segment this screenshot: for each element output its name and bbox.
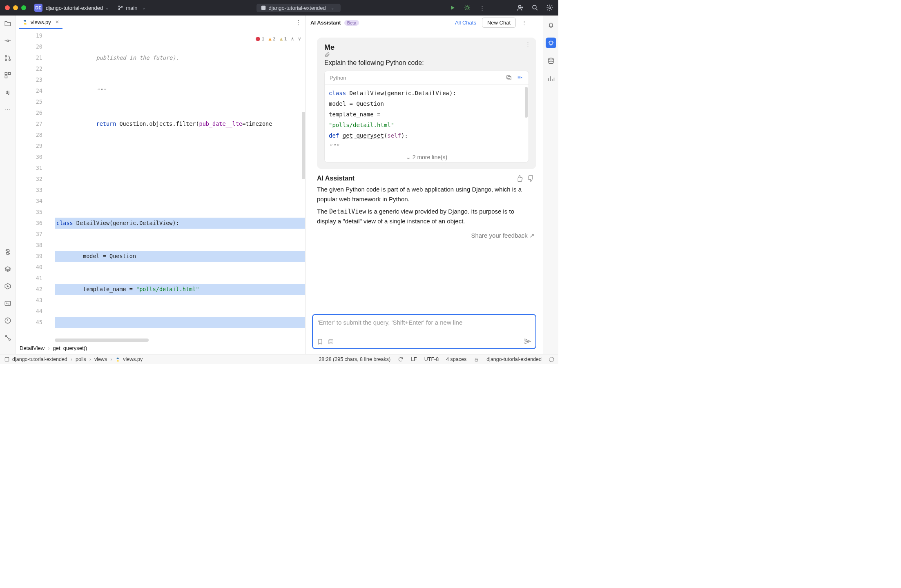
breadcrumb-item[interactable]: get_queryset() <box>53 345 87 351</box>
ai-title: AI Assistant <box>310 20 341 26</box>
minimize-window-icon[interactable] <box>13 5 18 10</box>
interpreter[interactable]: django-tutorial-extended <box>486 356 542 362</box>
database-icon[interactable] <box>546 56 556 66</box>
sync-icon[interactable] <box>398 356 404 362</box>
readonly-icon[interactable] <box>474 357 479 362</box>
svg-rect-3 <box>261 6 265 10</box>
svg-point-11 <box>9 59 10 61</box>
svg-point-10 <box>5 59 7 61</box>
save-icon[interactable] <box>328 339 334 345</box>
code-body[interactable]: published in the future). """ return Que… <box>55 30 305 342</box>
notifications-icon[interactable] <box>546 20 556 30</box>
svg-rect-16 <box>5 301 11 306</box>
folder-icon <box>4 356 10 362</box>
packages-icon[interactable] <box>4 265 12 273</box>
all-chats-link[interactable]: All Chats <box>455 20 476 26</box>
indent[interactable]: 4 spaces <box>446 356 466 362</box>
branch-icon <box>118 5 123 11</box>
python-file-icon <box>115 357 120 362</box>
nav-item[interactable]: views.py <box>123 356 143 362</box>
endpoints-icon[interactable] <box>546 74 556 84</box>
horizontal-scrollbar[interactable] <box>55 339 149 342</box>
minimize-pane-icon[interactable]: — <box>533 20 538 26</box>
gear-icon[interactable] <box>546 4 553 11</box>
services-icon[interactable] <box>4 282 12 290</box>
code-editor[interactable]: 1 ▲2 ▲1 ∧ ∨ 19 20 21 22 23 24 25 26 27 2… <box>16 30 305 342</box>
caret-position[interactable]: 28:28 (295 chars, 8 line breaks) <box>319 356 390 362</box>
svg-point-24 <box>549 41 553 45</box>
insert-code-icon[interactable] <box>516 74 524 81</box>
vertical-scrollbar[interactable] <box>302 112 305 179</box>
project-badge-icon: DE <box>34 4 42 12</box>
thumbs-up-icon[interactable] <box>516 175 523 182</box>
vcs-branch[interactable]: main ⌄ <box>118 5 148 11</box>
nav-item[interactable]: django-tutorial-extended <box>12 356 67 362</box>
run-configuration[interactable]: django-tutorial-extended ⌄ <box>256 4 341 12</box>
attachment-icon[interactable] <box>324 52 529 58</box>
search-icon[interactable] <box>531 4 539 11</box>
editor-tabs: views.py ✕ ⋮ <box>16 16 305 30</box>
copy-code-icon[interactable] <box>506 74 512 81</box>
pull-requests-icon[interactable] <box>4 54 12 62</box>
chevron-right-icon: › <box>48 345 49 351</box>
chevron-down-icon[interactable]: ⌄ <box>142 6 145 10</box>
assistant-message: AI Assistant The given Python code is pa… <box>317 169 536 239</box>
terminal-icon[interactable] <box>4 299 12 307</box>
project-icon[interactable] <box>4 20 12 28</box>
commit-icon[interactable] <box>4 37 12 45</box>
left-tool-strip: dj ⋯ <box>0 16 16 354</box>
svg-point-1 <box>118 9 120 10</box>
more-horiz-icon[interactable]: ⋯ <box>4 105 12 114</box>
chat-input[interactable]: 'Enter' to submit the query, 'Shift+Ente… <box>312 314 536 349</box>
send-icon[interactable] <box>524 338 531 345</box>
django-icon <box>261 5 266 11</box>
run-config-name: django-tutorial-extended <box>269 5 326 11</box>
project-name[interactable]: django-tutorial-extended <box>46 5 103 11</box>
zoom-window-icon[interactable] <box>21 5 26 10</box>
svg-point-5 <box>519 5 521 8</box>
vcs-tool-icon[interactable] <box>4 334 12 342</box>
breadcrumb[interactable]: DetailView › get_queryset() <box>16 342 305 354</box>
nav-item[interactable]: views <box>94 356 107 362</box>
code-with-me-icon[interactable] <box>517 4 524 11</box>
python-console-icon[interactable] <box>4 248 12 256</box>
nav-item[interactable]: polls <box>76 356 86 362</box>
problems-icon[interactable] <box>4 316 12 325</box>
django-tool-icon[interactable]: dj <box>4 88 12 96</box>
user-label: Me <box>324 43 335 51</box>
close-window-icon[interactable] <box>5 5 10 10</box>
chat-scroll[interactable]: ⋮ Me Explain the following Python code: … <box>306 30 543 310</box>
breadcrumb-item[interactable]: DetailView <box>20 345 45 351</box>
chat-input-placeholder: 'Enter' to submit the query, 'Shift+Ente… <box>318 319 531 326</box>
code-lang-label: Python <box>330 75 346 81</box>
nav-bar[interactable]: django-tutorial-extended › polls › views… <box>4 356 143 362</box>
bookmark-icon[interactable] <box>317 339 323 345</box>
chevron-down-icon[interactable]: ⌄ <box>105 6 109 10</box>
svg-point-19 <box>9 339 10 341</box>
python-file-icon <box>22 19 28 25</box>
new-chat-button[interactable]: New Chat <box>482 18 516 28</box>
message-menu-icon[interactable]: ⋮ <box>525 41 531 47</box>
ai-assistant-icon[interactable] <box>546 38 556 48</box>
code-scrollbar[interactable] <box>525 87 528 118</box>
share-feedback-link[interactable]: Share your feedback ↗ <box>317 232 535 239</box>
expand-code-button[interactable]: ⌄2 more line(s) <box>325 151 529 162</box>
debug-icon[interactable] <box>464 4 471 11</box>
svg-rect-13 <box>8 72 10 74</box>
tabs-more-icon[interactable]: ⋮ <box>295 19 302 27</box>
run-icon[interactable] <box>449 4 456 11</box>
line-separator[interactable]: LF <box>411 356 417 362</box>
more-vert-icon[interactable]: ⋮ <box>478 5 486 11</box>
expand-icon[interactable] <box>549 357 554 362</box>
gutter[interactable]: 19 20 21 22 23 24 25 26 27 28 29 30 31 3… <box>16 30 55 342</box>
structure-icon[interactable] <box>4 71 12 79</box>
status-bar: django-tutorial-extended › polls › views… <box>0 354 558 364</box>
more-vert-icon[interactable]: ⋮ <box>522 20 527 26</box>
tab-views-py[interactable]: views.py ✕ <box>19 17 62 29</box>
encoding[interactable]: UTF-8 <box>424 356 439 362</box>
tab-label: views.py <box>31 19 51 25</box>
close-tab-icon[interactable]: ✕ <box>55 19 59 25</box>
editor-pane: views.py ✕ ⋮ 1 ▲2 ▲1 ∧ ∨ 19 20 21 22 23 … <box>16 16 306 354</box>
thumbs-down-icon[interactable] <box>527 175 535 182</box>
svg-point-8 <box>7 40 9 42</box>
